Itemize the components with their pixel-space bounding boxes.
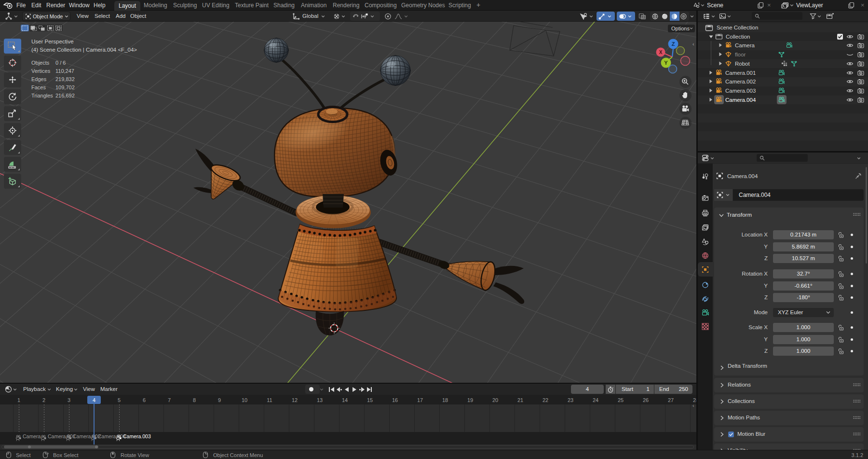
- svg-text:Z: Z: [672, 41, 675, 47]
- svg-text:Y: Y: [664, 60, 668, 66]
- svg-text:X: X: [659, 50, 663, 55]
